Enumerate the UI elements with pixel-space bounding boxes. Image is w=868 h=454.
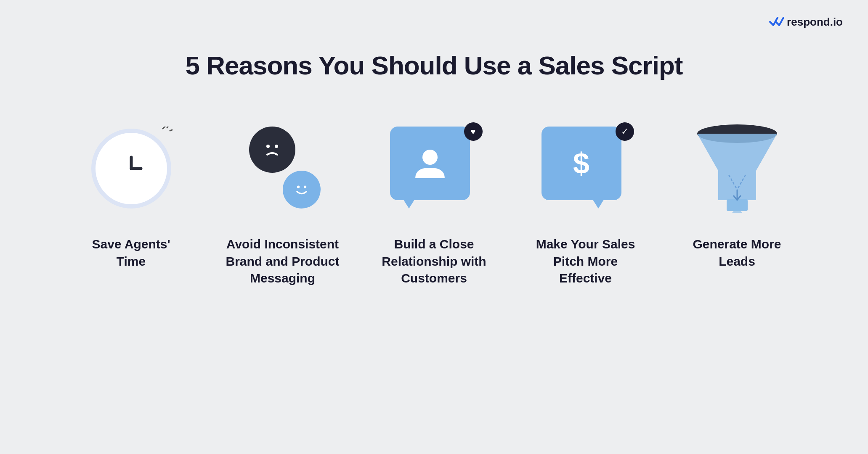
spark-icon (161, 127, 173, 143)
svg-point-9 (422, 150, 438, 165)
svg-point-6 (275, 145, 278, 148)
chat-bubble-dollar: $ (542, 127, 621, 200)
chat-bubble-person (390, 127, 470, 200)
svg-line-4 (170, 130, 172, 131)
clock-svg (112, 150, 150, 187)
card-label-generate-leads: Generate MoreLeads (693, 236, 781, 270)
card-sales-pitch: $ ✓ Make Your SalesPitch MoreEffective (518, 122, 653, 287)
chat-person-icon-area: ♥ (388, 122, 480, 215)
cards-row: Save Agents'Time (30, 122, 838, 287)
card-label-save-time: Save Agents'Time (92, 236, 170, 270)
funnel-svg (695, 124, 779, 213)
card-label-sales-pitch: Make Your SalesPitch MoreEffective (536, 236, 635, 287)
svg-line-3 (167, 127, 168, 128)
heart-badge: ♥ (464, 122, 483, 141)
page-title: 5 Reasons You Should Use a Sales Script (186, 50, 683, 80)
emoji-faces (241, 127, 325, 211)
check-badge: ✓ (616, 122, 634, 141)
chat-dollar: $ ✓ (542, 127, 630, 211)
svg-point-7 (297, 185, 299, 188)
funnel-container (695, 124, 779, 213)
card-label-avoid-inconsistent: Avoid InconsistentBrand and ProductMessa… (226, 236, 339, 287)
card-close-relationship: ♥ Build a CloseRelationship withCustomer… (367, 122, 502, 287)
logo: respond.io (769, 15, 843, 29)
chat-dollar-icon-area: $ ✓ (539, 122, 632, 215)
chat-person: ♥ (390, 127, 478, 211)
logo-icon (769, 15, 784, 29)
dollar-sign: $ (573, 147, 589, 180)
sad-face-icon (249, 127, 295, 173)
svg-point-8 (303, 185, 306, 188)
page-wrapper: respond.io 5 Reasons You Should Use a Sa… (0, 0, 868, 454)
clock-icon-area (85, 122, 178, 215)
card-generate-leads: Generate MoreLeads (670, 122, 804, 270)
svg-point-5 (266, 145, 270, 148)
card-avoid-inconsistent: Avoid InconsistentBrand and ProductMessa… (215, 122, 350, 287)
funnel-icon-area (691, 122, 783, 215)
person-svg (411, 145, 449, 182)
card-save-time: Save Agents'Time (64, 122, 199, 270)
happy-face-icon (283, 171, 321, 209)
svg-line-2 (163, 127, 165, 129)
emoji-icon-area (236, 122, 329, 215)
svg-rect-11 (727, 199, 748, 211)
card-label-close-relationship: Build a CloseRelationship withCustomers (382, 236, 486, 287)
clock-circle (91, 129, 171, 209)
logo-text: respond.io (787, 16, 843, 29)
